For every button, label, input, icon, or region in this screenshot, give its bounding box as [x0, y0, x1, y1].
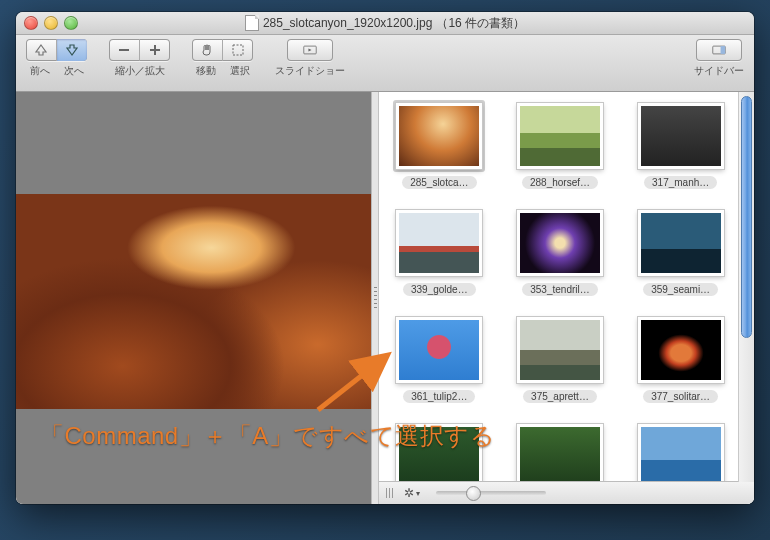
thumbnail-frame [517, 103, 603, 169]
nav-group: 前へ 次へ [26, 39, 87, 78]
thumbnail-item[interactable]: 285_slotca… [386, 100, 493, 189]
thumbnail-label: 353_tendril… [522, 283, 597, 296]
slideshow-label: スライドショー [275, 64, 345, 78]
minimize-button[interactable] [44, 16, 58, 30]
zoom-button[interactable] [64, 16, 78, 30]
window-title: 285_slotcanyon_1920x1200.jpg （16 件の書類） [16, 15, 754, 32]
thumbnail-frame [517, 210, 603, 276]
svg-rect-2 [154, 45, 156, 55]
select-label: 選択 [230, 64, 250, 78]
document-icon [245, 15, 259, 31]
annotation-text: 「Command」＋「A」ですべて選択する [40, 420, 495, 452]
thumbnail-image [399, 106, 479, 166]
thumbnail-item[interactable]: 375_aprett… [507, 314, 614, 403]
zoom-in-button[interactable] [140, 39, 170, 61]
hand-icon [200, 43, 214, 57]
thumbnail-frame [638, 103, 724, 169]
next-button[interactable] [57, 39, 87, 61]
thumbnail-label: 361_tulip2… [403, 390, 475, 403]
thumbnail-image [520, 320, 600, 380]
thumbnail-item[interactable]: 288_horsef… [507, 100, 614, 189]
sidebar-icon [712, 43, 726, 57]
toolbar: 前へ 次へ 縮小／拡大 [16, 35, 754, 92]
zoom-group: 縮小／拡大 [109, 39, 170, 78]
grip-icon [374, 287, 377, 309]
prev-label: 前へ [30, 64, 50, 78]
thumbnail-size-slider[interactable] [436, 491, 546, 495]
thumbnail-label: 375_aprett… [523, 390, 597, 403]
marquee-icon [231, 43, 245, 57]
thumbnail-frame [517, 424, 603, 481]
thumbnail-item[interactable]: 361_tulip2… [386, 314, 493, 403]
svg-rect-0 [119, 49, 129, 51]
thumbnail-frame [517, 317, 603, 383]
slideshow-group: スライドショー [275, 39, 345, 78]
thumbnail-item[interactable]: 353_tendril… [507, 207, 614, 296]
next-label: 次へ [64, 64, 84, 78]
arrow-down-icon [65, 43, 79, 57]
sidebar-toggle-button[interactable] [696, 39, 742, 61]
thumbnail-label: 377_solitar… [643, 390, 718, 403]
thumbnail-item[interactable]: 359_seami… [627, 207, 734, 296]
zoom-out-button[interactable] [109, 39, 140, 61]
preview-image [16, 194, 371, 409]
thumbnail-item[interactable]: 317_manh… [627, 100, 734, 189]
thumbnail-image [520, 213, 600, 273]
svg-rect-3 [233, 45, 243, 55]
action-menu-button[interactable]: ✲ ▾ [404, 486, 420, 500]
move-label: 移動 [196, 64, 216, 78]
sidebar-footer: ✲ ▾ [378, 481, 754, 504]
sidebar-label: サイドバー [694, 64, 744, 78]
thumbnail-image [641, 427, 721, 481]
thumbnail-label: 317_manh… [644, 176, 717, 189]
thumbnail-image [520, 106, 600, 166]
thumbnail-image [641, 213, 721, 273]
thumbnail-item[interactable] [507, 421, 614, 481]
zoom-label: 縮小／拡大 [115, 64, 165, 78]
thumbnail-image [641, 106, 721, 166]
thumbnail-frame [396, 317, 482, 383]
tool-group: 移動 選択 [192, 39, 253, 78]
sidebar-toggle-group: サイドバー [694, 39, 744, 78]
thumbnail-frame [638, 210, 724, 276]
prev-button[interactable] [26, 39, 57, 61]
gear-icon: ✲ [404, 486, 414, 500]
thumbnail-frame [638, 424, 724, 481]
plus-icon [148, 43, 162, 57]
thumbnail-label: 339_golde… [403, 283, 476, 296]
minus-icon [117, 43, 131, 57]
thumbnail-label: 285_slotca… [402, 176, 476, 189]
thumbnail-label: 359_seami… [643, 283, 718, 296]
footer-grip-icon [386, 488, 394, 498]
thumbnail-image [641, 320, 721, 380]
close-button[interactable] [24, 16, 38, 30]
thumbnail-image [520, 427, 600, 481]
traffic-lights [16, 16, 78, 30]
thumbnail-frame [638, 317, 724, 383]
thumbnail-frame [396, 210, 482, 276]
chevron-down-icon: ▾ [416, 489, 420, 498]
slideshow-button[interactable] [287, 39, 333, 61]
slideshow-icon [303, 43, 317, 57]
titlebar: 285_slotcanyon_1920x1200.jpg （16 件の書類） [16, 12, 754, 35]
arrow-up-icon [34, 43, 48, 57]
svg-rect-6 [721, 46, 726, 54]
thumbnail-item[interactable]: 339_golde… [386, 207, 493, 296]
move-tool-button[interactable] [192, 39, 223, 61]
thumbnail-image [399, 213, 479, 273]
title-doc-count: （16 件の書類） [436, 15, 525, 32]
scrollbar-thumb[interactable] [741, 96, 752, 338]
thumbnail-label: 288_horsef… [522, 176, 598, 189]
slider-knob[interactable] [466, 486, 481, 501]
select-tool-button[interactable] [223, 39, 253, 61]
title-filename: 285_slotcanyon_1920x1200.jpg [263, 16, 432, 30]
vertical-scrollbar[interactable] [738, 92, 754, 482]
thumbnail-frame [396, 103, 482, 169]
thumbnail-image [399, 320, 479, 380]
thumbnail-item[interactable]: 377_solitar… [627, 314, 734, 403]
thumbnail-item[interactable] [627, 421, 734, 481]
